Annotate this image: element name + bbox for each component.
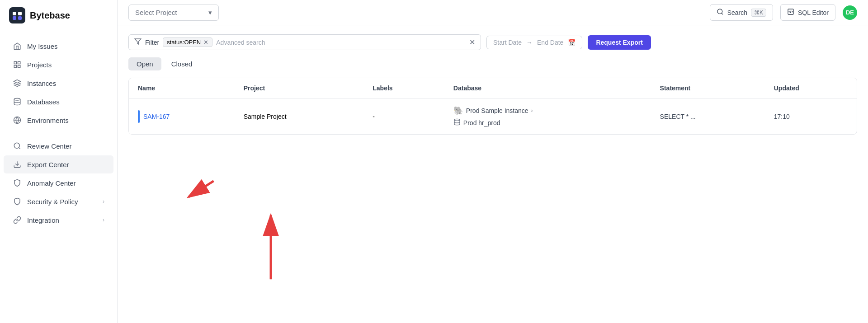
issue-name-cell: SAM-167	[129, 98, 235, 135]
table: Name Project Labels Database Statement U…	[129, 78, 857, 134]
sidebar-item-anomaly-center-label: Anomaly Center	[27, 179, 76, 187]
col-labels: Labels	[363, 78, 444, 98]
layers-icon	[13, 79, 22, 88]
sidebar-item-projects-label: Projects	[27, 61, 52, 69]
shield-exclamation-icon	[13, 178, 22, 187]
bytebase-logo-icon	[9, 7, 25, 23]
globe-icon	[13, 116, 22, 125]
svg-rect-8	[18, 66, 20, 68]
sidebar-item-environments-label: Environments	[27, 117, 69, 124]
col-updated: Updated	[765, 78, 857, 98]
content-area: Filter status:OPEN ✕ Advanced search ✕ S…	[118, 25, 868, 323]
search-icon	[717, 8, 724, 17]
date-arrow-icon: →	[526, 39, 533, 46]
svg-rect-4	[18, 16, 22, 20]
svg-rect-1	[13, 12, 16, 15]
database-icon	[13, 97, 22, 106]
db-name: Prod hr_prod	[453, 118, 642, 127]
avatar[interactable]: DE	[843, 5, 857, 20]
svg-line-17	[722, 13, 723, 14]
export-requests-table: Name Project Labels Database Statement U…	[128, 78, 857, 135]
nav-divider	[9, 133, 108, 133]
chevron-right-icon-2: ›	[103, 217, 104, 223]
request-export-button[interactable]: Request Export	[588, 35, 651, 50]
sidebar-item-my-issues[interactable]: My Issues	[4, 37, 113, 55]
postgres-icon: 🐘	[453, 106, 463, 116]
search-shortcut: ⌘K	[751, 9, 766, 17]
sidebar-item-review-center[interactable]: Review Center	[4, 137, 113, 155]
tab-open[interactable]: Open	[128, 57, 161, 70]
table-header: Name Project Labels Database Statement U…	[129, 78, 857, 98]
layout-icon	[13, 60, 22, 69]
end-date-label: End Date	[537, 39, 563, 46]
filter-tag-value: status:OPEN	[167, 39, 201, 46]
sidebar-item-export-center[interactable]: Export Center	[4, 155, 113, 173]
chevron-down-icon: ▾	[208, 9, 212, 17]
sql-editor-label: SQL Editor	[798, 9, 829, 16]
sidebar-item-instances[interactable]: Instances	[4, 74, 113, 92]
select-project-dropdown[interactable]: Select Project ▾	[128, 5, 219, 21]
database-cell: 🐘 Prod Sample Instance › Prod hr_prod	[444, 98, 651, 135]
sidebar-item-environments[interactable]: Environments	[4, 111, 113, 129]
filter-tag[interactable]: status:OPEN ✕	[163, 37, 212, 47]
svg-rect-7	[14, 66, 16, 68]
sidebar-item-integration-label: Integration	[27, 216, 59, 224]
search-button[interactable]: Search ⌘K	[710, 4, 773, 21]
filter-bar: Filter status:OPEN ✕ Advanced search ✕ S…	[128, 34, 857, 50]
db-instance: 🐘 Prod Sample Instance ›	[453, 106, 642, 116]
sidebar-item-export-center-label: Export Center	[27, 161, 69, 169]
logo-text: Bytebase	[30, 10, 70, 21]
svg-point-20	[454, 119, 460, 121]
svg-rect-3	[13, 16, 16, 20]
filter-icon	[134, 38, 142, 47]
col-statement: Statement	[651, 78, 765, 98]
logo: Bytebase	[0, 0, 117, 31]
updated-cell: 17:10	[765, 98, 857, 135]
main-area: Select Project ▾ Search ⌘K SQL Editor DE	[118, 0, 868, 323]
issue-id: SAM-167	[143, 113, 170, 120]
sidebar-item-projects[interactable]: Projects	[4, 56, 113, 74]
filter-tag-close-icon[interactable]: ✕	[203, 39, 208, 46]
chevron-right-icon: ›	[103, 198, 104, 205]
date-range-picker[interactable]: Start Date → End Date 📅	[486, 36, 582, 49]
sidebar-item-security-policy-label: Security & Policy	[27, 198, 78, 206]
filter-input-wrapper[interactable]: Filter status:OPEN ✕ Advanced search ✕	[128, 34, 481, 50]
sidebar-item-integration[interactable]: Integration ›	[4, 211, 113, 229]
col-name: Name	[129, 78, 235, 98]
advanced-search-placeholder[interactable]: Advanced search	[216, 39, 466, 46]
start-date-label: Start Date	[493, 39, 522, 46]
svg-rect-0	[9, 7, 25, 23]
filter-label: Filter	[145, 39, 159, 46]
svg-rect-6	[18, 61, 20, 64]
col-database: Database	[444, 78, 651, 98]
calendar-icon: 📅	[568, 39, 576, 46]
svg-point-13	[14, 143, 19, 148]
home-icon	[13, 42, 22, 51]
statement-cell: SELECT * ...	[651, 98, 765, 135]
chevron-right-db-icon: ›	[531, 108, 533, 114]
table-row[interactable]: SAM-167 Sample Project - 🐘 Prod Sample I…	[129, 98, 857, 135]
tab-closed[interactable]: Closed	[163, 57, 201, 70]
issue-indicator	[138, 110, 140, 123]
review-icon	[13, 141, 22, 150]
sql-editor-button[interactable]: SQL Editor	[780, 4, 835, 21]
svg-point-10	[14, 98, 20, 101]
table-body: SAM-167 Sample Project - 🐘 Prod Sample I…	[129, 98, 857, 135]
svg-marker-9	[14, 80, 21, 84]
sql-editor-icon	[787, 8, 794, 17]
filter-clear-icon[interactable]: ✕	[469, 38, 475, 47]
sidebar-item-anomaly-center[interactable]: Anomaly Center	[4, 174, 113, 192]
sidebar-nav: My Issues Projects Instances Databases	[0, 31, 117, 323]
svg-point-16	[717, 9, 722, 14]
sidebar-item-review-center-label: Review Center	[27, 142, 71, 150]
tabs: Open Closed	[128, 57, 857, 70]
shield-icon	[13, 197, 22, 206]
sidebar-item-databases[interactable]: Databases	[4, 93, 113, 111]
sidebar-item-security-policy[interactable]: Security & Policy ›	[4, 192, 113, 211]
db-icon	[453, 118, 461, 127]
select-project-label: Select Project	[135, 9, 177, 16]
search-label: Search	[727, 9, 747, 16]
svg-marker-19	[135, 39, 141, 44]
sidebar: Bytebase My Issues Projects Instances	[0, 0, 118, 323]
link-icon	[13, 215, 22, 225]
